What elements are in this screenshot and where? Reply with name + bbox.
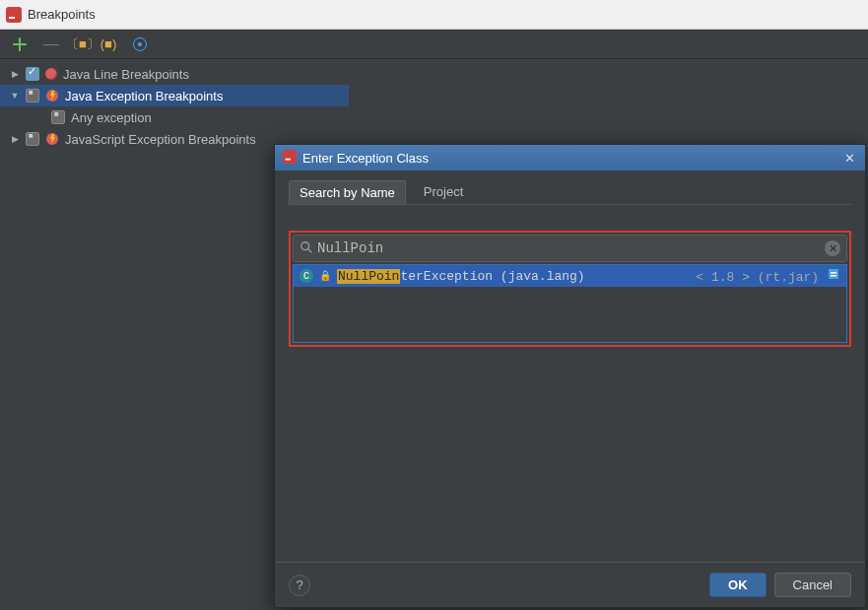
exception-breakpoint-icon xyxy=(45,132,59,146)
dialog-title: Enter Exception Class xyxy=(302,151,429,166)
group-by-package-icon[interactable]: 〔■〕 xyxy=(75,36,91,52)
search-icon xyxy=(300,240,313,257)
group-icons: 〔■〕 (■) xyxy=(75,36,116,52)
tree-label: Java Exception Breakpoints xyxy=(65,89,223,103)
window-titlebar: Breakpoints xyxy=(0,0,868,30)
group-by-file-icon[interactable]: (■) xyxy=(100,36,116,52)
result-row[interactable]: C 🔒 NullPointerException (java.lang) < 1… xyxy=(294,265,846,287)
cancel-button[interactable]: Cancel xyxy=(774,573,851,597)
result-meta: < 1.8 > (rt.jar) xyxy=(696,267,840,285)
tree-label: Any exception xyxy=(71,110,152,125)
svg-rect-4 xyxy=(283,150,297,164)
app-icon xyxy=(283,150,297,167)
svg-rect-0 xyxy=(6,7,22,23)
results-list: C 🔒 NullPointerException (java.lang) < 1… xyxy=(293,264,847,343)
svg-point-6 xyxy=(301,241,309,249)
remove-icon[interactable]: — xyxy=(43,36,59,52)
annotation-box: ✕ C 🔒 NullPointerException (java.lang) <… xyxy=(289,231,851,347)
exception-breakpoint-icon xyxy=(45,89,59,102)
breakpoints-tree: ▶ Java Line Breakpoints ▼ Java Exception… xyxy=(0,59,868,154)
checkbox[interactable] xyxy=(26,132,39,146)
search-tabs: Search by Name Project xyxy=(289,180,851,205)
tree-label: JavaScript Exception Breakpoints xyxy=(65,132,256,147)
app-icon xyxy=(6,7,22,23)
dialog-titlebar[interactable]: Enter Exception Class ✕ xyxy=(275,145,865,170)
tree-row-java-line[interactable]: ▶ Java Line Breakpoints xyxy=(0,63,868,85)
add-icon[interactable] xyxy=(12,36,28,52)
svg-rect-10 xyxy=(831,275,836,277)
class-icon: C xyxy=(300,269,313,283)
lock-icon: 🔒 xyxy=(319,270,331,282)
search-input[interactable] xyxy=(317,240,825,256)
window-title: Breakpoints xyxy=(28,7,96,22)
breakpoint-icon xyxy=(45,68,57,80)
checkbox[interactable] xyxy=(26,67,39,81)
tab-project[interactable]: Project xyxy=(414,180,473,204)
ok-button[interactable]: OK xyxy=(709,573,767,597)
tab-search-by-name[interactable]: Search by Name xyxy=(289,180,406,204)
clear-icon[interactable]: ✕ xyxy=(825,240,840,256)
search-field-wrapper: ✕ xyxy=(293,235,847,262)
svg-rect-8 xyxy=(829,269,838,279)
result-text: NullPointerException (java.lang) xyxy=(337,269,585,284)
tree-label: Java Line Breakpoints xyxy=(63,67,189,82)
help-icon[interactable]: ? xyxy=(289,575,310,596)
svg-rect-9 xyxy=(831,272,836,274)
svg-line-7 xyxy=(308,248,312,252)
checkbox[interactable] xyxy=(26,89,39,102)
svg-rect-5 xyxy=(286,158,291,160)
enter-exception-dialog: Enter Exception Class ✕ Search by Name P… xyxy=(274,144,866,608)
close-icon[interactable]: ✕ xyxy=(841,150,857,166)
tree-row-java-exception[interactable]: ▼ Java Exception Breakpoints xyxy=(0,85,349,106)
checkbox[interactable] xyxy=(51,110,65,124)
breakpoints-toolbar: — 〔■〕 (■) xyxy=(0,30,868,59)
dialog-footer: ? OK Cancel xyxy=(275,562,865,607)
chevron-right-icon: ▶ xyxy=(10,134,20,144)
tree-row-any-exception[interactable]: Any exception xyxy=(0,106,868,128)
chevron-down-icon: ▼ xyxy=(10,91,20,101)
svg-rect-1 xyxy=(9,17,15,19)
library-icon xyxy=(827,267,840,281)
mute-target-icon[interactable] xyxy=(132,36,148,52)
chevron-right-icon: ▶ xyxy=(10,69,20,79)
